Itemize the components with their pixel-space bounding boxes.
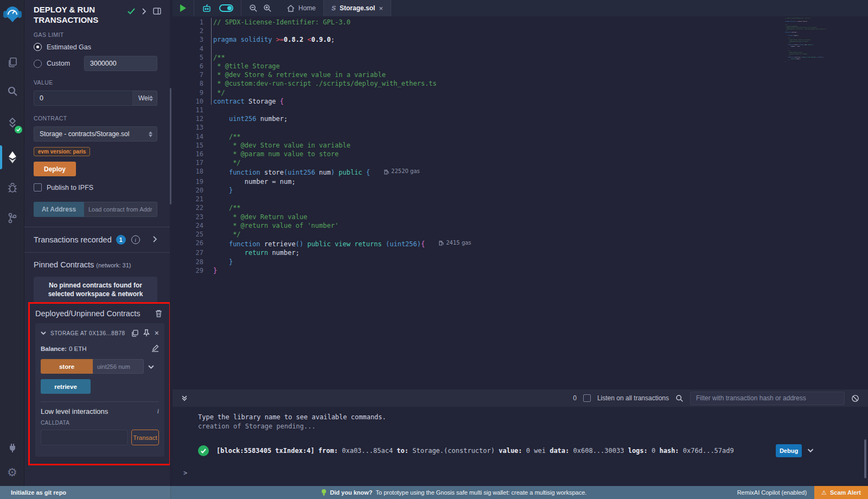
minimap[interactable]: // SPDX-License-Identifier: GPL-3.0 prag… [785,17,826,67]
chevron-right-icon[interactable] [152,235,157,245]
terminal-search-icon[interactable] [675,394,684,402]
transaction-log-row[interactable]: [block:5583405 txIndex:4] from: 0xa03...… [173,444,868,457]
status-bar: Initialize as git repo Did you know? To … [0,486,868,499]
expand-terminal-icon[interactable] [181,395,188,401]
code-editor[interactable]: 1// SPDX-License-Identifier: GPL-3.023pr… [173,16,868,389]
line-number: 23 [173,213,203,221]
edit-balance-icon[interactable] [151,344,159,353]
pin-panel-icon[interactable] [153,8,161,15]
terminal[interactable]: Type the library name to see available c… [173,407,868,486]
settings-icon[interactable]: ⚙ [0,460,24,484]
line-number: 1 [173,18,203,27]
zoom-in-icon[interactable] [263,4,272,12]
chevron-down-icon[interactable] [41,331,46,335]
divider [24,252,170,253]
low-level-info-icon[interactable]: i [157,407,159,415]
transactions-recorded-row[interactable]: Transactions recorded 1 i [34,227,157,252]
unit-stepper-icon [149,95,153,101]
line-number: 10 [173,97,203,106]
warning-icon: ⚠ [821,489,827,496]
contract-label: CONTRACT [34,115,157,121]
estimated-gas-label: Estimated Gas [47,43,91,51]
debug-button[interactable]: Debug [776,444,802,457]
git-init-button[interactable]: Initialize as git repo [0,486,171,499]
solidity-file-icon: S [331,4,337,12]
at-address-button[interactable]: At Address [34,202,84,217]
calldata-input[interactable] [41,430,127,445]
line-number: 20 [173,186,203,195]
line-number: 8 [173,79,203,88]
tab-storage-sol[interactable]: S Storage.sol × [323,0,391,16]
clear-console-icon[interactable] [851,394,859,402]
contract-instance-label: STORAGE AT 0X136...8B78 [50,330,127,336]
value-unit-select[interactable]: Wei [133,91,157,106]
at-address-input[interactable] [84,202,157,217]
deploy-button[interactable]: Deploy [34,162,76,176]
copilot-toggle[interactable] [219,4,233,12]
line-number: 25 [173,230,203,239]
line-number: 2 [173,27,203,35]
panel-expand-icon[interactable] [142,8,146,15]
contract-select[interactable]: Storage - contracts/Storage.sol [34,126,157,142]
transact-button[interactable]: Transact [131,430,159,445]
pin-contract-icon[interactable] [143,329,150,337]
solidity-compiler-icon[interactable] [0,111,24,135]
panel-title: DEPLOY & RUN TRANSACTIONS [34,4,126,25]
tab-home[interactable]: Home [279,0,323,16]
line-number: 5 [173,53,203,62]
run-script-icon[interactable] [180,4,186,12]
custom-gas-radio[interactable] [34,60,42,68]
plugin-manager-icon[interactable] [0,436,24,460]
line-number: 12 [173,114,203,123]
scam-alert-button[interactable]: ⚠ Scam Alert [814,486,868,499]
trash-icon[interactable] [155,310,162,317]
remix-logo-icon[interactable] [0,2,24,26]
home-icon [287,5,295,12]
custom-gas-input[interactable] [84,56,157,71]
panel-scrollbar-thumb[interactable] [170,88,171,204]
code-lines: 1// SPDX-License-Identifier: GPL-3.023pr… [173,18,868,275]
retrieve-function-button[interactable]: retrieve [41,379,91,394]
gas-estimate-lens[interactable]: 2415 gas [439,239,471,247]
line-number: 11 [173,106,203,114]
tx-summary: [block:5583405 txIndex:4] from: 0xa03...… [216,447,734,455]
close-tab-icon[interactable]: × [379,4,383,12]
line-number: 22 [173,203,203,212]
remix-logo [3,5,22,23]
store-function-button[interactable]: store [41,359,93,374]
terminal-filter-input[interactable] [690,392,845,405]
balance-value: 0 ETH [69,346,87,352]
line-number: 17 [173,158,203,167]
line-number: 19 [173,177,203,186]
publish-ipfs-checkbox[interactable] [34,183,42,191]
info-icon: i [131,235,140,244]
store-param-input[interactable] [93,359,144,374]
terminal-scrollbar-thumb[interactable] [864,439,866,478]
terminal-prompt[interactable]: > [173,457,868,477]
divider [41,401,159,402]
listen-all-checkbox[interactable] [583,394,591,402]
gas-estimate-lens[interactable]: 22520 gas [384,167,420,176]
estimated-gas-radio[interactable] [34,43,42,51]
line-number: 24 [173,221,203,230]
expand-params-icon[interactable] [148,362,154,372]
line-number: 13 [173,123,203,132]
zoom-out-icon[interactable] [249,4,258,12]
calldata-label: CALLDATA [41,420,159,426]
copilot-status[interactable]: RemixAI Copilot (enabled) [737,489,807,496]
expand-tx-icon[interactable] [807,447,814,455]
debugger-icon[interactable] [0,176,24,200]
copy-address-icon[interactable] [131,330,138,337]
lightbulb-icon [321,489,327,496]
value-input[interactable] [34,91,133,106]
transactions-recorded-label: Transactions recorded [34,235,112,244]
ai-copilot-robot-icon[interactable] [202,3,212,13]
search-icon[interactable] [0,79,24,103]
deploy-run-icon[interactable] [0,145,24,169]
value-label: VALUE [34,79,157,86]
file-explorer-icon[interactable] [0,50,24,74]
git-icon[interactable] [0,206,24,230]
network-note: (network: 31) [96,262,131,268]
deployed-contracts-title: Deployed/Unpinned Contracts [35,309,140,318]
remove-contract-icon[interactable]: × [155,329,159,337]
